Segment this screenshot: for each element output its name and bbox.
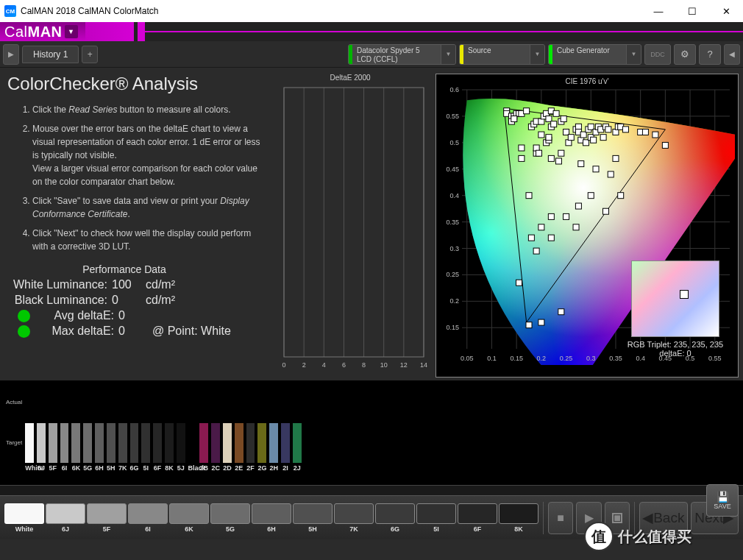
- svg-rect-109: [555, 158, 561, 164]
- close-button[interactable]: ✕: [709, 0, 743, 22]
- actual-color: [37, 382, 46, 422]
- comparator-swatch[interactable]: 2G: [257, 382, 266, 472]
- comparator-swatch[interactable]: 2D: [223, 382, 232, 472]
- comparator-swatch[interactable]: 5I: [141, 382, 150, 472]
- comparator-swatch[interactable]: 5H: [107, 382, 115, 472]
- comparator-swatch[interactable]: 2F: [246, 382, 255, 472]
- nav-swatch[interactable]: 6K: [169, 503, 209, 533]
- target-color: [293, 423, 302, 463]
- svg-rect-68: [524, 108, 530, 114]
- nav-swatch[interactable]: 6G: [375, 503, 415, 533]
- nav-swatch[interactable]: White: [4, 503, 44, 533]
- actual-color: [25, 382, 34, 422]
- comparator-swatch[interactable]: 7K: [118, 382, 127, 472]
- svg-rect-118: [519, 145, 525, 151]
- chevron-down-icon[interactable]: ▼: [441, 45, 455, 64]
- svg-text:14: 14: [420, 361, 427, 369]
- svg-text:0.4: 0.4: [449, 192, 459, 199]
- svg-rect-137: [558, 309, 564, 315]
- svg-rect-66: [511, 116, 517, 122]
- tab-history-1[interactable]: History 1: [22, 46, 79, 63]
- svg-rect-131: [538, 224, 544, 230]
- nav-swatch[interactable]: 6H: [252, 503, 291, 533]
- comparator-swatch[interactable]: 2B: [199, 382, 208, 472]
- swatch-label: 2F: [246, 464, 255, 472]
- comparator-swatch[interactable]: 5G: [83, 382, 92, 472]
- nav-swatch[interactable]: 6J: [46, 503, 85, 533]
- target-color: [246, 423, 255, 463]
- nav-swatch[interactable]: 6F: [458, 503, 497, 533]
- main-content: ColorChecker® Analysis Click the Read Se…: [0, 68, 743, 380]
- comparator-swatch[interactable]: 6K: [71, 382, 80, 472]
- status-dot-green: [18, 325, 30, 338]
- settings-button[interactable]: ⚙: [674, 44, 696, 65]
- scrollbar-track[interactable]: [0, 485, 743, 495]
- help-button[interactable]: ?: [699, 44, 721, 65]
- svg-text:0.45: 0.45: [446, 166, 459, 173]
- svg-rect-122: [608, 171, 614, 177]
- tab-add-button[interactable]: +: [82, 46, 98, 63]
- app-icon: CM: [4, 5, 16, 17]
- target-color: [118, 423, 127, 463]
- target-color: [165, 423, 174, 463]
- nav-swatch[interactable]: 5G: [210, 503, 250, 533]
- actual-color: [235, 382, 243, 422]
- comparator-swatch[interactable]: 2I: [281, 382, 290, 472]
- comparator-swatch[interactable]: 5F: [49, 382, 57, 472]
- comparator-swatch[interactable]: 6H: [95, 382, 104, 472]
- save-button[interactable]: 💾SAVE: [706, 484, 739, 517]
- chevron-down-icon[interactable]: ▼: [530, 45, 544, 64]
- svg-rect-138: [538, 319, 544, 325]
- source-device-selector[interactable]: Source ▼: [459, 44, 545, 65]
- comparator-swatch[interactable]: 6J: [37, 382, 46, 472]
- svg-text:0.15: 0.15: [446, 324, 459, 331]
- brand-menu-dropdown[interactable]: ▼: [65, 25, 78, 38]
- svg-rect-128: [564, 213, 569, 219]
- window-titlebar: CM CalMAN 2018 CalMAN ColorMatch — ☐ ✕: [0, 0, 743, 22]
- swatch-label: 6H: [95, 464, 104, 472]
- svg-rect-139: [526, 322, 532, 328]
- watermark: 值 什么值得买: [584, 522, 692, 551]
- nav-swatch[interactable]: 5I: [416, 503, 456, 533]
- comparator-swatch[interactable]: 2C: [211, 382, 220, 472]
- pattern-device-selector[interactable]: Cube Generator ▼: [548, 44, 641, 65]
- nav-swatch[interactable]: 5H: [293, 503, 333, 533]
- chevron-down-icon[interactable]: ▼: [626, 45, 641, 64]
- nav-swatch[interactable]: 6I: [128, 503, 168, 533]
- comparator-swatch[interactable]: 6G: [130, 382, 139, 472]
- svg-rect-133: [528, 235, 534, 241]
- nav-swatch[interactable]: 7K: [334, 503, 374, 533]
- panel-collapse-button[interactable]: ◀: [724, 44, 740, 65]
- svg-text:12: 12: [400, 361, 408, 369]
- svg-rect-116: [536, 150, 541, 156]
- ddc-button[interactable]: DDC: [644, 44, 671, 65]
- comparator-swatch[interactable]: 5J: [177, 382, 185, 472]
- swatch-label: 6J: [37, 464, 46, 472]
- comparator-swatch[interactable]: 2E: [235, 382, 243, 472]
- svg-text:2: 2: [302, 361, 306, 369]
- cie-chart: CIE 1976 u'v' 0.050.10.150.20.250.30.350…: [436, 74, 739, 378]
- nav-swatch[interactable]: 5F: [87, 503, 127, 533]
- nav-swatch[interactable]: 8K: [499, 503, 538, 533]
- comparator-swatch[interactable]: 6F: [153, 382, 162, 472]
- comparator-swatch[interactable]: White: [25, 382, 34, 472]
- swatch-label: 6G: [130, 464, 139, 472]
- comparator-swatch[interactable]: 2H: [269, 382, 278, 472]
- actual-color: [269, 382, 278, 422]
- comparator-swatch[interactable]: 2J: [293, 382, 302, 472]
- stop-button[interactable]: ■: [548, 502, 574, 534]
- nav-forward-button[interactable]: ▶: [3, 44, 19, 65]
- meter-device-selector[interactable]: Datacolor Spyder 5LCD (CCFL) ▼: [348, 44, 456, 65]
- swatch-label: 6F: [153, 464, 162, 472]
- maximize-button[interactable]: ☐: [675, 0, 709, 22]
- comparator-swatch[interactable]: 6I: [60, 382, 69, 472]
- comparator-swatch[interactable]: 8K: [165, 382, 174, 472]
- swatch-label: 2B: [199, 464, 208, 472]
- target-color: [60, 423, 69, 463]
- gear-icon: ⚙: [680, 49, 689, 60]
- comparator-swatch[interactable]: Black: [188, 382, 197, 472]
- minimize-button[interactable]: —: [641, 0, 675, 22]
- target-color: [223, 423, 232, 463]
- instruction-step: Click "Next" to check how well the displ…: [32, 227, 265, 253]
- target-color: [71, 423, 80, 463]
